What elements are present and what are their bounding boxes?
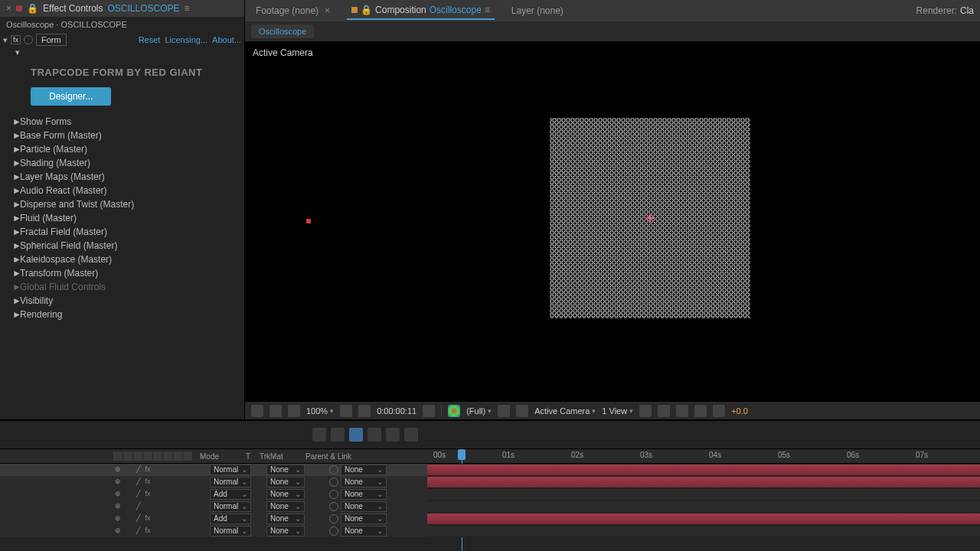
mode-dropdown[interactable]: Normal — [210, 526, 251, 536]
col-mode[interactable]: Mode — [195, 452, 241, 461]
property-row[interactable]: ►Shading (Master) — [12, 156, 232, 170]
property-row[interactable]: ►Show Forms — [12, 115, 232, 129]
panel-menu-icon[interactable]: ≡ — [485, 5, 490, 15]
search-icon[interactable] — [312, 428, 326, 442]
solo-icon[interactable]: ╱ — [133, 478, 142, 487]
effect-eye-icon[interactable] — [24, 35, 33, 44]
renderer-value[interactable]: Cla — [960, 5, 974, 16]
effect-name[interactable]: Form — [36, 34, 67, 46]
color-mgmt-icon[interactable] — [713, 405, 725, 417]
shy-icon[interactable] — [331, 428, 345, 442]
pickwhip-icon[interactable] — [329, 490, 338, 499]
close-icon[interactable]: × — [325, 5, 330, 16]
property-row[interactable]: ►Audio React (Master) — [12, 184, 232, 197]
trkmat-dropdown[interactable]: None — [266, 501, 305, 512]
solo-icon[interactable]: ╱ — [133, 514, 142, 523]
lock-icon[interactable]: 🔒 — [361, 5, 372, 15]
viewer-content[interactable]: Active Camera — [245, 41, 980, 401]
channel-icon[interactable] — [448, 405, 460, 417]
pickwhip-icon[interactable] — [329, 527, 338, 536]
views-dropdown[interactable]: 1 View — [602, 406, 633, 416]
pickwhip-icon[interactable] — [329, 478, 338, 487]
layer-duration-bar[interactable] — [427, 477, 980, 487]
pixel-aspect-icon[interactable] — [658, 405, 670, 417]
fast-draft-icon[interactable] — [676, 405, 688, 417]
layer-duration-bar[interactable] — [427, 501, 980, 512]
panel-menu-icon[interactable]: ≡ — [185, 3, 190, 14]
mode-dropdown[interactable]: Normal — [210, 465, 251, 475]
solo-icon[interactable]: ╱ — [133, 465, 142, 474]
trkmat-dropdown[interactable]: None — [266, 465, 305, 475]
layer-duration-bar[interactable] — [427, 465, 980, 475]
parent-pick-icon[interactable]: ⊕ — [113, 502, 122, 511]
trkmat-dropdown[interactable]: None — [266, 526, 305, 536]
trkmat-dropdown[interactable]: None — [266, 514, 305, 524]
solo-icon[interactable]: ╱ — [133, 490, 142, 499]
trkmat-dropdown[interactable]: None — [266, 477, 305, 487]
draft-3d-icon[interactable] — [404, 428, 418, 442]
tab-footage[interactable]: Footage (none) × — [251, 2, 335, 19]
property-row[interactable]: ►Layer Maps (Master) — [12, 170, 232, 184]
property-row[interactable]: ►Fractal Field (Master) — [12, 225, 232, 239]
parent-pick-icon[interactable]: ⊕ — [113, 514, 122, 523]
view-options-icon[interactable] — [639, 405, 652, 417]
layer-row[interactable]: ⊕╱fxNormalNoneNone — [0, 476, 980, 488]
fast-previews-icon[interactable] — [498, 405, 510, 417]
transparency-grid-icon[interactable] — [270, 405, 282, 417]
solo-icon[interactable]: ╱ — [133, 502, 142, 511]
timeline-icon[interactable] — [516, 405, 528, 417]
fx-switch[interactable] — [143, 502, 152, 511]
fx-switch[interactable]: fx — [143, 490, 152, 499]
fx-switch[interactable]: fx — [143, 465, 152, 474]
parent-dropdown[interactable]: None — [341, 465, 387, 475]
property-row[interactable]: ►Base Form (Master) — [12, 129, 232, 142]
fx-switch[interactable]: fx — [143, 478, 152, 487]
pickwhip-icon[interactable] — [329, 514, 338, 523]
fx-switch[interactable]: fx — [143, 527, 152, 536]
layer-row[interactable]: ⊕╱fxNormalNoneNone — [0, 464, 980, 476]
layer-row[interactable]: ⊕╱NormalNoneNone — [0, 500, 980, 513]
layer-duration-bar[interactable] — [427, 489, 980, 500]
snapshot-icon[interactable] — [423, 405, 435, 417]
twirl-icon[interactable]: ▾ — [3, 35, 8, 45]
always-preview-icon[interactable] — [251, 405, 263, 417]
property-row[interactable]: ►Fluid (Master) — [12, 211, 232, 225]
parent-pick-icon[interactable]: ⊕ — [113, 478, 122, 487]
mode-dropdown[interactable]: Normal — [210, 477, 251, 487]
tab-composition[interactable]: 🔒 Composition Oscilloscope ≡ — [347, 2, 495, 20]
tab-layer[interactable]: Layer (none) — [507, 2, 568, 19]
pickwhip-icon[interactable] — [329, 465, 338, 474]
property-row[interactable]: ►Visibility — [12, 294, 232, 308]
col-trkmat[interactable]: TrkMat — [255, 452, 301, 461]
fx-badge[interactable]: fx — [11, 35, 21, 44]
col-parent[interactable]: Parent & Link — [301, 452, 356, 461]
twirl-sub-icon[interactable]: ▾ — [15, 47, 20, 57]
mode-dropdown[interactable]: Normal — [210, 501, 251, 512]
about-link[interactable]: About... — [212, 35, 241, 44]
layer-duration-bar[interactable] — [427, 514, 980, 524]
parent-dropdown[interactable]: None — [341, 489, 387, 500]
mask-icon[interactable] — [288, 405, 300, 417]
close-icon[interactable]: × — [6, 3, 11, 14]
property-row[interactable]: ►Global Fluid Controls — [12, 280, 232, 294]
property-row[interactable]: ►Particle (Master) — [12, 142, 232, 156]
zoom-dropdown[interactable]: 100% — [306, 406, 334, 416]
motion-blur-icon[interactable] — [368, 428, 381, 442]
pickwhip-icon[interactable] — [329, 502, 338, 511]
subtab-oscilloscope[interactable]: Oscilloscope — [251, 24, 314, 38]
property-row[interactable]: ►Kaleidospace (Master) — [12, 253, 232, 266]
trkmat-dropdown[interactable]: None — [266, 489, 305, 500]
graph-editor-icon[interactable] — [386, 428, 400, 442]
property-row[interactable]: ►Transform (Master) — [12, 266, 232, 280]
timecode-display[interactable]: 0:00:00:11 — [377, 406, 416, 416]
fx-switch[interactable]: fx — [143, 514, 152, 523]
mode-dropdown[interactable]: Add — [210, 489, 251, 500]
layer-row[interactable]: ⊕╱fxNormalNoneNone — [0, 525, 980, 537]
lock-icon[interactable]: 🔒 — [27, 3, 38, 14]
frame-blend-icon[interactable] — [349, 428, 363, 442]
designer-button[interactable]: Designer... — [31, 87, 111, 106]
parent-dropdown[interactable]: None — [341, 501, 387, 512]
resolution-dropdown[interactable]: (Full) — [466, 406, 492, 416]
layer-row[interactable]: ⊕╱fxAddNoneNone — [0, 488, 980, 500]
solo-icon[interactable]: ╱ — [133, 527, 142, 536]
